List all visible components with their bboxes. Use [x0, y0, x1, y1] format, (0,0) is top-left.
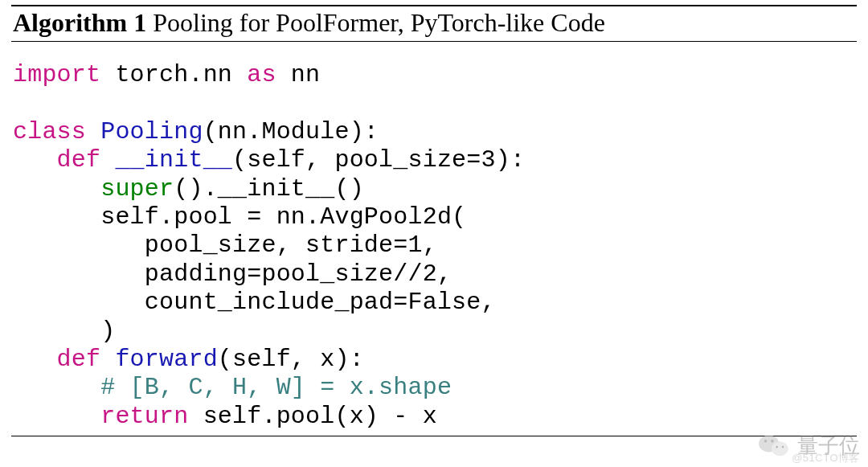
- watermark-sub: @51CTO博客: [792, 451, 860, 465]
- kw-def: def: [57, 346, 101, 373]
- indent: [13, 175, 100, 203]
- kw-import: import: [13, 61, 100, 88]
- wechat-icon: [757, 428, 791, 462]
- kw-class: class: [13, 118, 86, 145]
- code-listing: import torch.nn as nn class Pooling(nn.M…: [11, 42, 857, 436]
- algorithm-title: Algorithm 1 Pooling for PoolFormer, PyTo…: [11, 6, 857, 41]
- code-text: ().__init__(): [174, 175, 364, 203]
- indent: [13, 403, 100, 430]
- kw-def: def: [57, 146, 101, 174]
- comment: # [B, C, H, W] = x.shape: [100, 374, 452, 401]
- algorithm-label: Algorithm 1: [13, 8, 146, 37]
- code-text: pool_size, stride=1,: [13, 231, 437, 259]
- indent: [13, 346, 57, 373]
- indent: [13, 374, 100, 401]
- self: self: [100, 203, 159, 231]
- svg-point-5: [782, 446, 784, 449]
- kw-return: return: [100, 403, 188, 430]
- algorithm-caption: Pooling for PoolFormer, PyTorch-like Cod…: [153, 8, 605, 37]
- fn-name: __init__: [100, 146, 232, 174]
- code-text: (self, pool_size=3):: [232, 146, 525, 174]
- kw-super: super: [100, 175, 174, 203]
- indent: [13, 146, 57, 174]
- fn-name: forward: [100, 346, 218, 373]
- svg-point-1: [772, 441, 788, 456]
- code-text: nn: [276, 61, 321, 88]
- indent: [13, 203, 100, 231]
- class-name: Pooling: [86, 118, 203, 145]
- code-text: torch.nn: [100, 61, 247, 88]
- algorithm-block: Algorithm 1 Pooling for PoolFormer, PyTo…: [11, 5, 857, 436]
- code-text: ): [13, 317, 115, 345]
- svg-point-2: [764, 440, 767, 442]
- code-text: padding=pool_size//2,: [13, 260, 452, 288]
- svg-point-3: [771, 440, 773, 442]
- code-text: self.pool(x) - x: [188, 403, 436, 430]
- rule-bottom: [11, 436, 857, 436]
- kw-as: as: [247, 61, 276, 88]
- code-text: .pool = nn.AvgPool2d(: [159, 203, 466, 231]
- code-text: (self, x):: [218, 346, 364, 373]
- code-text: count_include_pad=False,: [13, 289, 496, 316]
- svg-point-4: [776, 446, 778, 449]
- code-text: (nn.Module):: [203, 118, 379, 145]
